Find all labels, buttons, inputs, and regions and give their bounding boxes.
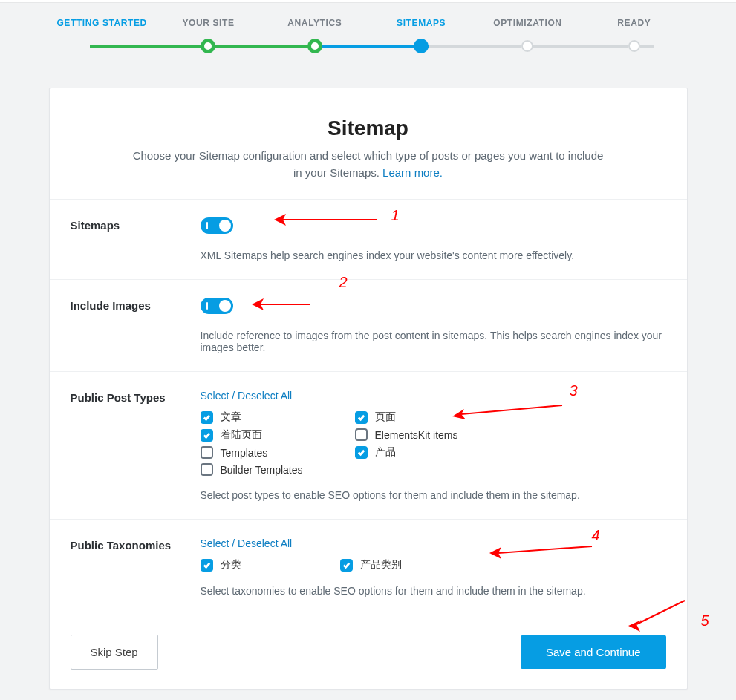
- checkbox-builder-templates[interactable]: Builder Templates: [201, 463, 342, 476]
- sitemaps-toggle[interactable]: [201, 217, 233, 234]
- sitemaps-label: Sitemaps: [71, 217, 201, 261]
- checkbox-posts[interactable]: 文章: [201, 410, 342, 424]
- svg-line-4: [636, 601, 685, 624]
- taxonomies-label: Public Taxonomies: [71, 537, 201, 597]
- annotation-5: 5: [700, 612, 709, 629]
- svg-line-3: [498, 546, 592, 553]
- include-images-toggle[interactable]: [201, 298, 233, 314]
- checkbox-categories[interactable]: 分类: [201, 558, 327, 572]
- checkbox-landing[interactable]: 着陆页面: [201, 428, 342, 442]
- post-types-label: Public Post Types: [71, 390, 201, 501]
- step-your-site[interactable]: YOUR SITE: [155, 18, 261, 58]
- checkbox-product-cat[interactable]: 产品类别: [340, 558, 481, 572]
- step-getting-started[interactable]: GETTING STARTED: [49, 18, 155, 58]
- learn-more-link[interactable]: Learn more.: [382, 166, 443, 179]
- step-optimization[interactable]: OPTIMIZATION: [475, 18, 581, 58]
- page-title: Sitemap: [79, 117, 657, 140]
- annotation-4: 4: [592, 527, 600, 544]
- step-sitemaps[interactable]: SITEMAPS: [368, 18, 474, 58]
- annotation-2: 2: [339, 274, 348, 291]
- checkbox-elementskit[interactable]: ElementsKit items: [355, 428, 496, 441]
- wizard-stepper: GETTING STARTED YOUR SITE ANALYTICS SITE…: [49, 18, 688, 58]
- sitemap-panel: Sitemap Choose your Sitemap configuratio…: [49, 88, 688, 690]
- svg-line-2: [461, 405, 562, 414]
- annotation-1: 1: [391, 207, 400, 224]
- taxonomies-select-all[interactable]: Select / Deselect All: [201, 537, 293, 549]
- annotation-3: 3: [570, 382, 578, 399]
- checkbox-products[interactable]: 产品: [355, 445, 496, 459]
- step-analytics[interactable]: ANALYTICS: [261, 18, 368, 58]
- page-subtitle: Choose your Sitemap configuration and se…: [131, 148, 606, 181]
- post-types-desc: Select post types to enable SEO options …: [201, 489, 666, 501]
- sitemaps-desc: XML Sitemaps help search engines index y…: [201, 249, 666, 261]
- save-continue-button[interactable]: Save and Continue: [521, 635, 666, 669]
- skip-step-button[interactable]: Skip Step: [71, 635, 158, 670]
- include-images-label: Include Images: [71, 298, 201, 353]
- include-images-desc: Include reference to images from the pos…: [201, 330, 666, 353]
- taxonomies-desc: Select taxonomies to enable SEO options …: [201, 585, 666, 597]
- post-types-select-all[interactable]: Select / Deselect All: [201, 390, 293, 402]
- checkbox-templates[interactable]: Templates: [201, 446, 342, 459]
- step-ready[interactable]: READY: [581, 18, 687, 58]
